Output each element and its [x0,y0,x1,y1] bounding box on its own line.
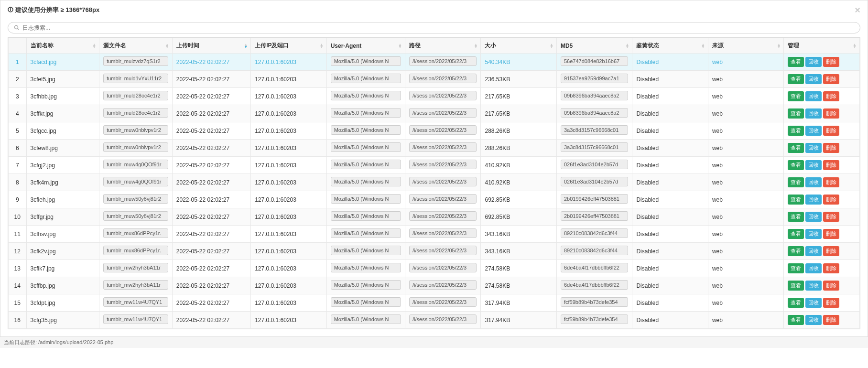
delete-button[interactable]: 删除 [823,281,839,291]
col-header-name[interactable]: 当前名称▲▼ [26,38,99,54]
cell-path[interactable]: /i/session/2022/05/22/3 [405,226,480,243]
cell-src[interactable]: tumblr_mw2hyh3bA11r [99,277,173,294]
view-button[interactable]: 查看 [788,177,804,187]
delete-button[interactable]: 删除 [823,177,839,187]
col-header-path[interactable]: 路径▲▼ [405,38,480,54]
table-row[interactable]: 153cfdpt.jpgtumblr_mw11w4U7QY12022-05-22… [9,294,860,312]
cell-md5[interactable]: 2b0199426eff47503881 [556,191,632,208]
sort-icon[interactable]: ▲▼ [92,43,96,48]
delete-button[interactable]: 删除 [823,74,839,84]
cell-ua[interactable]: Mozilla/5.0 (Windows N [326,54,405,71]
cell-name[interactable]: 3cffgr.jpg [26,208,99,226]
cell-src[interactable]: tumblr_muld28oc4e1r2 [99,105,173,122]
sort-icon[interactable]: ▲▼ [320,43,324,48]
recycle-button[interactable]: 回收 [805,281,822,291]
cell-md5[interactable]: 3a3c8d3157c96668c01 [556,122,632,140]
cell-name[interactable]: 3cfet5.jpg [26,71,99,88]
table-row[interactable]: 163cfg35.jpgtumblr_mw11w4U7QY12022-05-22… [9,312,860,329]
view-button[interactable]: 查看 [788,263,804,273]
cell-path[interactable]: /i/session/2022/05/22/3 [405,277,480,294]
col-header-size[interactable]: 大小▲▼ [481,38,556,54]
col-header-mgmt[interactable]: 管理▲▼ [784,38,860,54]
sort-icon[interactable]: ▲▼ [701,43,705,48]
table-row[interactable]: 43cffkr.jpgtumblr_muld28oc4e1r22022-05-2… [9,105,860,122]
cell-md5[interactable]: 89210c083842d6c3f44 [556,226,632,243]
cell-name[interactable]: 3cfhbb.jpg [26,88,99,105]
cell-src[interactable]: tumblr_mw2hyh3bA11r [99,260,173,277]
recycle-button[interactable]: 回收 [805,315,822,325]
delete-button[interactable]: 删除 [823,143,839,153]
recycle-button[interactable]: 回收 [805,212,822,222]
cell-name[interactable]: 3cfew8.jpg [26,140,99,157]
delete-button[interactable]: 删除 [823,195,839,205]
sort-icon[interactable]: ▲▼ [165,43,169,48]
sort-icon[interactable]: ▲▼ [626,43,629,48]
cell-ua[interactable]: Mozilla/5.0 (Windows N [326,226,405,243]
cell-name[interactable]: 3cfg35.jpg [26,312,99,329]
delete-button[interactable]: 删除 [823,263,839,273]
cell-name[interactable]: 3cfhsv.jpg [26,226,99,243]
table-row[interactable]: 123cfk2v.jpgtumblr_mux86dPPcy1r.2022-05-… [9,243,860,260]
cell-ua[interactable]: Mozilla/5.0 (Windows N [326,277,405,294]
view-button[interactable]: 查看 [788,281,804,291]
view-button[interactable]: 查看 [788,143,804,153]
cell-md5[interactable]: 56e747d084e82b16b67 [556,54,632,71]
recycle-button[interactable]: 回收 [805,263,822,273]
sort-icon[interactable]: ▲▼ [853,43,857,48]
cell-ua[interactable]: Mozilla/5.0 (Windows N [326,243,405,260]
view-button[interactable]: 查看 [788,246,804,256]
recycle-button[interactable]: 回收 [805,229,822,239]
cell-md5[interactable]: 2b0199426eff47503881 [556,208,632,226]
search-input[interactable] [22,24,854,31]
cell-md5[interactable]: 3a3c8d3157c96668c01 [556,140,632,157]
view-button[interactable]: 查看 [788,74,804,84]
cell-md5[interactable]: 026f1e3ad3104e2b57d [556,157,632,174]
view-button[interactable]: 查看 [788,160,804,170]
recycle-button[interactable]: 回收 [805,74,822,84]
cell-src[interactable]: tumblr_mw11w4U7QY1 [99,294,173,312]
view-button[interactable]: 查看 [788,126,804,136]
cell-path[interactable]: /i/session/2022/05/22/3 [405,294,480,312]
cell-md5[interactable]: 6de4ba4f17dbbbffb6f22 [556,277,632,294]
delete-button[interactable]: 删除 [823,246,839,256]
recycle-button[interactable]: 回收 [805,126,822,136]
cell-path[interactable]: /i/session/2022/05/22/3 [405,208,480,226]
cell-src[interactable]: tumblr_muw0nblvpv1r2 [99,122,173,140]
cell-src[interactable]: tumblr_muw4g0QOf91r [99,174,173,191]
col-header-src[interactable]: 源文件名▲▼ [99,38,173,54]
cell-ua[interactable]: Mozilla/5.0 (Windows N [326,157,405,174]
table-row[interactable]: 63cfew8.jpgtumblr_muw0nblvpv1r22022-05-2… [9,140,860,157]
cell-path[interactable]: /i/session/2022/05/22/3 [405,105,480,122]
cell-src[interactable]: tumblr_mux86dPPcy1r. [99,243,173,260]
view-button[interactable]: 查看 [788,195,804,205]
cell-path[interactable]: /i/session/2022/05/22/3 [405,312,480,329]
cell-path[interactable]: /i/session/2022/05/22/3 [405,122,480,140]
cell-name[interactable]: 3cfk2v.jpg [26,243,99,260]
cell-md5[interactable]: 89210c083842d6c3f44 [556,243,632,260]
cell-src[interactable]: tumblr_mux86dPPcy1r. [99,226,173,243]
cell-ua[interactable]: Mozilla/5.0 (Windows N [326,294,405,312]
recycle-button[interactable]: 回收 [805,91,822,101]
table-row[interactable]: 33cfhbb.jpgtumblr_muld28oc4e1r22022-05-2… [9,88,860,105]
cell-src[interactable]: tumblr_muw50y8vj81r2 [99,208,173,226]
sort-icon[interactable]: ▲▼ [244,43,248,48]
cell-name[interactable]: 3cfk4m.jpg [26,174,99,191]
cell-ua[interactable]: Mozilla/5.0 (Windows N [326,122,405,140]
cell-name[interactable]: 3cfgcc.jpg [26,122,99,140]
table-row[interactable]: 133cfik7.jpgtumblr_mw2hyh3bA11r2022-05-2… [9,260,860,277]
recycle-button[interactable]: 回收 [805,177,822,187]
cell-path[interactable]: /i/session/2022/05/22/3 [405,157,480,174]
col-header-index[interactable] [9,38,27,54]
table-row[interactable]: 23cfet5.jpgtumblr_muld1vYxU11r22022-05-2… [9,71,860,88]
sort-icon[interactable]: ▲▼ [550,43,553,48]
table-row[interactable]: 113cfhsv.jpgtumblr_mux86dPPcy1r.2022-05-… [9,226,860,243]
cell-src[interactable]: tumblr_muw50y8vj81r2 [99,191,173,208]
cell-name[interactable]: 3cfgj2.jpg [26,157,99,174]
cell-name[interactable]: 3cffkr.jpg [26,105,99,122]
cell-ua[interactable]: Mozilla/5.0 (Windows N [326,174,405,191]
view-button[interactable]: 查看 [788,212,804,222]
sort-icon[interactable]: ▲▼ [474,43,478,48]
delete-button[interactable]: 删除 [823,108,839,119]
col-header-ua[interactable]: User-Agent▲▼ [326,38,405,54]
recycle-button[interactable]: 回收 [805,195,822,205]
